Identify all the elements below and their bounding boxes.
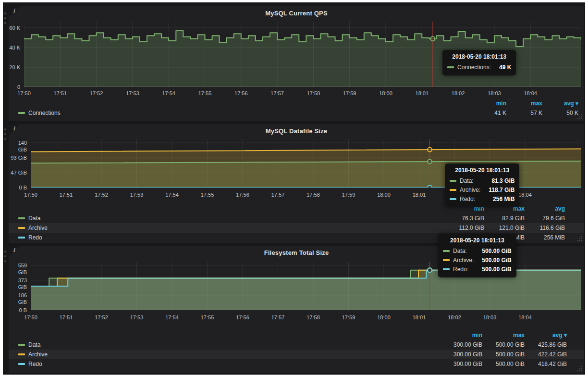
- x-tick-label: 17:55: [196, 314, 219, 321]
- legend-header-max[interactable]: max: [506, 100, 542, 107]
- tooltip-rows: Data:500.00 GiBArchive:500.00 GiBRedo:50…: [443, 246, 512, 274]
- tooltip-series-value: 500.00 GiB: [477, 257, 511, 264]
- series-color-swatch-icon: [443, 259, 450, 261]
- legend-stat-max: 500.00 GiB: [482, 361, 525, 367]
- resize-handle[interactable]: [577, 365, 583, 371]
- x-tick-label: 17:57: [267, 314, 290, 321]
- x-tick-label: 17:59: [338, 90, 361, 97]
- series-color-swatch-icon: [450, 189, 456, 191]
- y-tick-label: 40 K: [9, 44, 20, 51]
- legend-row-archive: Archive112.0 GiB121.0 GiB116.6 GiB: [9, 223, 584, 233]
- legend-series-redo[interactable]: Redo: [9, 361, 42, 367]
- x-tick-label: 18:02: [447, 90, 470, 97]
- legend-header-max[interactable]: max: [482, 332, 525, 339]
- legend-stat-avg: 425.86 GiB: [525, 341, 567, 348]
- legend-header-avg[interactable]: avg ▾: [542, 100, 578, 107]
- tooltip-series-row: Data:500.00 GiB: [443, 246, 512, 255]
- x-tick-label: 18:02: [443, 314, 466, 321]
- legend-series-label: Data: [28, 215, 40, 222]
- tooltip-time: 2018-05-20 18:01:13: [443, 237, 512, 244]
- x-tick-label: 17:56: [230, 90, 253, 97]
- x-tick-label: 17:54: [160, 191, 184, 198]
- y-tick-label: 47 GiB: [9, 169, 27, 176]
- x-tick-label: 17:58: [302, 90, 325, 97]
- x-tick-label: 17:58: [302, 191, 325, 198]
- tooltip-series-value: 256 MiB: [488, 196, 514, 202]
- legend-series-connections[interactable]: Connections: [9, 110, 61, 116]
- legend-series-label: Archive: [28, 351, 48, 358]
- x-tick-label: 17:50: [19, 191, 42, 198]
- legend-row-redo: Redo300.00 GiB500.00 GiB418.42 GiB: [9, 359, 584, 369]
- x-tick-label: 17:59: [337, 314, 360, 321]
- legend-series-data[interactable]: Data: [9, 215, 40, 222]
- legend-stat-max: 500.00 GiB: [482, 351, 525, 358]
- legend-series-redo[interactable]: Redo: [9, 234, 42, 241]
- x-tick-label: 18:00: [372, 314, 395, 321]
- tooltip-series-value: 118.7 GiB: [484, 187, 514, 193]
- legend-series-archive[interactable]: Archive: [9, 225, 48, 231]
- resize-handle[interactable]: [577, 114, 583, 120]
- x-tick-label: 17:50: [12, 90, 36, 97]
- x-tick-label: 17:57: [267, 191, 290, 198]
- tooltip-datafile: 2018-05-20 18:01:13 Data:81.3 GiBArchive…: [445, 163, 519, 207]
- legend-header-min[interactable]: min: [470, 100, 506, 107]
- tooltip-series-value: 500.00 GiB: [477, 266, 511, 273]
- legend-series-archive[interactable]: Archive: [9, 351, 48, 358]
- tooltip-series-row: Archive:500.00 GiB: [443, 255, 512, 264]
- legend-stat-max: 121.0 GiB: [484, 225, 525, 231]
- x-tick-label: 17:55: [194, 90, 217, 97]
- panel-drag-handle[interactable]: [4, 128, 6, 143]
- tooltip-series-row: Redo:256 MiB: [450, 194, 514, 203]
- tooltip-filesystem: 2018-05-20 18:01:13 Data:500.00 GiBArchi…: [438, 234, 516, 277]
- legend-stat-avg: 116.6 GiB: [525, 225, 565, 231]
- legend-stat-min: 300.00 GiB: [440, 341, 482, 348]
- x-tick-label: 17:51: [55, 314, 78, 321]
- tooltip-series-label: Redo:: [453, 266, 468, 273]
- x-tick-label: 17:54: [160, 314, 184, 321]
- x-tick-label: 17:53: [125, 314, 148, 321]
- legend-header-avg[interactable]: avg: [525, 205, 565, 212]
- x-tick-label: 18:00: [374, 90, 397, 97]
- legend-stat-min: 300.00 GiB: [440, 361, 482, 367]
- panel-title[interactable]: MySQL Datafile Size: [9, 127, 584, 135]
- tooltip-series-row: Archive:118.7 GiB: [450, 185, 514, 194]
- x-tick-label: 17:51: [55, 191, 78, 198]
- legend-stat-min: 300.00 GiB: [440, 351, 482, 358]
- legend-header-row: minmaxavg ▾: [9, 99, 584, 108]
- legend-header-avg[interactable]: avg ▾: [525, 332, 567, 339]
- legend-stat-min: 112.0 GiB: [444, 225, 484, 231]
- series-color-swatch-icon: [447, 66, 454, 68]
- panel-title[interactable]: MySQL Current QPS: [9, 10, 584, 17]
- tooltip-series-value: 49 K: [494, 64, 511, 71]
- x-tick-label: 17:57: [266, 90, 289, 97]
- legend-stat-avg: 418.42 GiB: [525, 361, 567, 367]
- resize-handle[interactable]: [577, 236, 583, 241]
- series-color-swatch-icon: [450, 180, 456, 182]
- tooltip-series-label: Data:: [453, 248, 467, 254]
- x-tick-label: 17:54: [157, 90, 180, 97]
- y-tick-label: 0: [9, 84, 20, 90]
- legend-series-data[interactable]: Data: [9, 341, 40, 348]
- legend-series-label: Archive: [28, 225, 48, 231]
- y-tick-label: 20 K: [9, 64, 20, 71]
- x-tick-label: 17:52: [90, 191, 113, 198]
- x-tick-label: 17:51: [49, 90, 72, 97]
- tooltip-series-value: 500.00 GiB: [477, 248, 511, 254]
- series-color-swatch-icon: [18, 112, 25, 114]
- x-tick-label: 17:58: [302, 314, 325, 321]
- hover-point-archive: [428, 148, 432, 152]
- hover-point-connections: [430, 37, 435, 41]
- panel-drag-handle[interactable]: [4, 13, 6, 27]
- tooltip-series-label: Archive:: [460, 187, 480, 193]
- legend-table: minmaxavg ▾Connections41 K57 K50 K: [9, 99, 584, 118]
- panel-drag-handle[interactable]: [4, 251, 6, 265]
- tooltip-rows: Connections:49 K: [447, 63, 511, 72]
- tooltip-series-label: Connections:: [457, 64, 491, 71]
- tooltip-series-label: Data:: [460, 177, 474, 184]
- series-color-swatch-icon: [18, 237, 25, 239]
- y-tick-label: 60 K: [9, 25, 20, 31]
- x-tick-label: 17:56: [231, 314, 254, 321]
- tooltip-series-row: Connections:49 K: [447, 63, 511, 72]
- tooltip-time: 2018-05-20 18:01:13: [447, 53, 511, 60]
- legend-header-min[interactable]: min: [440, 332, 482, 339]
